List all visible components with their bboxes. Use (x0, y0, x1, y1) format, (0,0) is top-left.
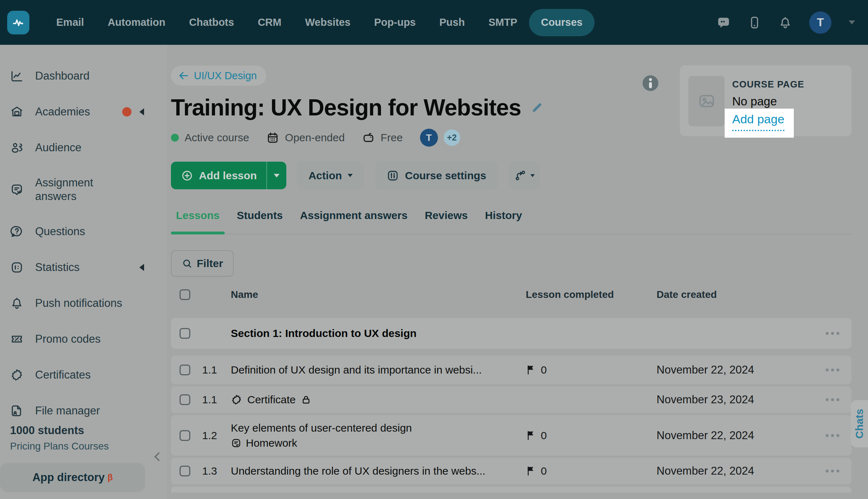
sidebar-menu: Dashboard Academies Audience (0, 45, 167, 429)
tab-lessons[interactable]: Lessons (171, 209, 225, 234)
tab-students[interactable]: Students (232, 209, 288, 234)
row-checkbox[interactable] (180, 365, 190, 375)
user-avatar[interactable]: T (809, 11, 831, 34)
sidebar-label: Questions (35, 225, 85, 238)
tutorial-highlight-box: Add page (725, 109, 794, 138)
app-logo[interactable] (7, 11, 29, 34)
table-row-lesson[interactable]: 1.1 Definition of UX design and its impo… (171, 356, 852, 384)
section-title: Section 1: Introduction to UX design (231, 327, 526, 339)
sidebar-item-assignment-answers[interactable]: Assignment answers (0, 166, 167, 214)
share-flow-button[interactable] (509, 162, 540, 189)
app-directory-button[interactable]: App directory β (0, 463, 145, 492)
tab-reviews[interactable]: Reviews (420, 209, 473, 234)
nav-right-controls: T (717, 11, 855, 34)
select-all-checkbox[interactable] (180, 289, 190, 300)
plan-info: 1000 students Pricing Plans Courses (10, 424, 109, 452)
nav-item-smtp[interactable]: SMTP (477, 9, 529, 36)
row-menu-button[interactable] (796, 434, 841, 437)
file-manager-icon (10, 404, 24, 418)
add-lesson-button[interactable]: Add lesson (171, 170, 266, 182)
tab-assignment-answers[interactable]: Assignment answers (295, 209, 412, 234)
table-row-section[interactable]: Section 1: Introduction to UX design (171, 318, 852, 349)
add-lesson-split-button: Add lesson (171, 162, 286, 189)
lesson-name[interactable]: Certificate (247, 394, 296, 406)
beta-mark: β (108, 472, 113, 483)
nav-item-automation[interactable]: Automation (96, 9, 177, 36)
wallet-icon (362, 131, 375, 144)
lesson-attachment[interactable]: Homework (231, 437, 526, 449)
table-header: Name Lesson completed Date created (171, 287, 852, 303)
nav-item-email[interactable]: Email (44, 9, 96, 36)
table-row-lesson[interactable]: 1.3 Understanding the role of UX designe… (171, 458, 852, 484)
breadcrumb-back[interactable]: UI/UX Design (171, 66, 266, 86)
course-settings-button[interactable]: Course settings (375, 162, 498, 189)
sidebar-item-questions[interactable]: Questions (0, 214, 167, 250)
account-caret-down-icon[interactable] (849, 20, 855, 24)
row-checkbox[interactable] (180, 466, 190, 476)
sidebar-label: Academies (35, 105, 90, 119)
sidebar-item-certificates[interactable]: Certificates (0, 357, 167, 393)
lesson-name[interactable]: Definition of UX design and its importan… (231, 364, 482, 376)
push-bell-icon (10, 296, 24, 310)
row-menu-button[interactable] (796, 470, 841, 472)
course-page-panel: COURSE PAGE No page Add page (680, 65, 852, 136)
table-row-lesson[interactable]: 1.2 Key elements of user-centered design… (171, 415, 852, 456)
lesson-completed-cell: 0 (526, 429, 657, 442)
lesson-completed-cell: 0 (526, 465, 657, 477)
sidebar-item-push-notifications[interactable]: Push notifications (0, 285, 167, 321)
chats-side-tab[interactable]: Chats (851, 400, 868, 447)
sidebar-item-academies[interactable]: Academies (0, 94, 167, 130)
sidebar-item-audience[interactable]: Audience (0, 130, 167, 166)
table-row-certificate[interactable]: 1.1 Certificate November 23, 2024 (171, 386, 852, 413)
certificate-seal-icon (231, 394, 242, 405)
sidebar-item-promo-codes[interactable]: Promo codes (0, 321, 167, 357)
filter-button[interactable]: Filter (171, 250, 234, 277)
pricing-plans-link[interactable]: Pricing Plans Courses (10, 441, 109, 452)
app-directory-label: App directory (32, 471, 105, 484)
nav-item-push[interactable]: Push (428, 9, 477, 36)
collaborators-more-badge[interactable]: +2 (444, 129, 460, 146)
tab-history[interactable]: History (480, 209, 527, 234)
sidebar-item-statistics[interactable]: Statistics (0, 250, 167, 285)
calendar-icon (266, 131, 279, 144)
main-nav: Email Automation Chatbots CRM Websites P… (44, 9, 595, 36)
mobile-app-icon[interactable] (748, 16, 761, 29)
main-content: UI/UX Design Training: UX Design for Web… (167, 45, 868, 499)
column-lesson-completed: Lesson completed (526, 289, 657, 300)
row-checkbox[interactable] (180, 328, 190, 339)
nav-item-websites[interactable]: Websites (293, 9, 362, 36)
date-created-cell: November 22, 2024 (657, 465, 796, 477)
row-menu-button[interactable] (796, 332, 841, 335)
academies-notification-dot (122, 107, 132, 117)
nav-item-crm[interactable]: CRM (246, 9, 293, 36)
row-checkbox[interactable] (180, 430, 190, 441)
nav-item-courses[interactable]: Courses (529, 9, 594, 36)
sidebar-collapse-chevron[interactable] (154, 452, 163, 461)
sidebar: Dashboard Academies Audience (0, 45, 167, 499)
row-checkbox[interactable] (180, 394, 190, 405)
lesson-name[interactable]: Understanding the role of UX designers i… (231, 465, 485, 477)
nav-item-chatbots[interactable]: Chatbots (177, 9, 246, 36)
collaborator-avatar[interactable]: T (420, 129, 438, 147)
row-menu-button[interactable] (796, 398, 841, 401)
row-menu-button[interactable] (796, 369, 841, 371)
notifications-bell-icon[interactable] (778, 16, 792, 29)
action-dropdown-button[interactable]: Action (297, 162, 364, 189)
lesson-name[interactable]: Key elements of user-centered design (231, 422, 526, 434)
sidebar-item-dashboard[interactable]: Dashboard (0, 58, 167, 94)
statistics-collapse-icon[interactable] (139, 264, 144, 271)
sidebar-item-file-manager[interactable]: File manager (0, 393, 167, 429)
academies-collapse-icon[interactable] (139, 108, 144, 115)
flag-icon (526, 365, 536, 375)
assignment-icon (10, 183, 24, 196)
add-page-link[interactable]: Add page (732, 112, 784, 131)
certificate-seal-icon (10, 368, 24, 382)
edit-title-pencil-icon[interactable] (530, 101, 544, 114)
add-lesson-dropdown-caret[interactable] (266, 162, 286, 189)
nav-item-popups[interactable]: Pop-ups (362, 9, 428, 36)
sidebar-label: Audience (35, 141, 81, 155)
info-icon[interactable] (643, 75, 658, 91)
chat-bubble-icon[interactable] (717, 16, 730, 29)
top-navigation: Email Automation Chatbots CRM Websites P… (0, 0, 868, 45)
active-status-dot (171, 134, 179, 142)
